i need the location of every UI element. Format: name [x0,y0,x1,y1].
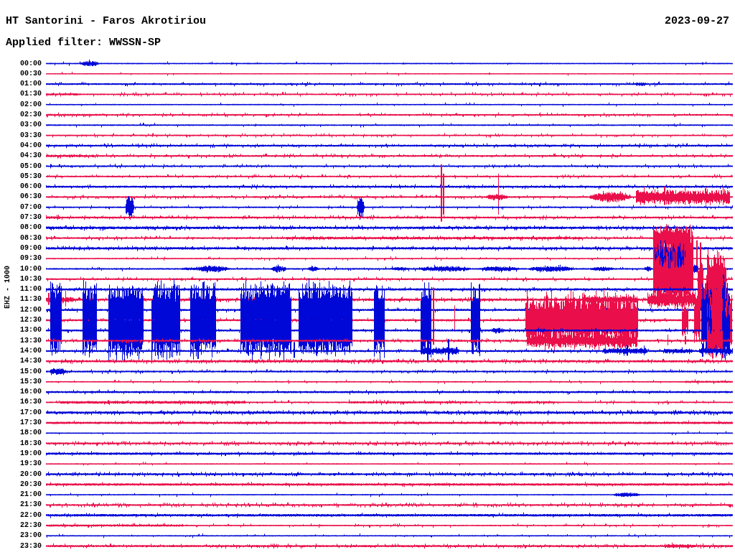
date-label: 2023-09-27 [665,15,729,27]
time-label-02:00: 02:00 [0,101,42,108]
time-label-01:00: 01:00 [0,80,42,88]
time-label-06:30: 06:30 [0,192,42,200]
time-label-09:00: 09:00 [0,244,42,252]
time-label-15:00: 15:00 [0,368,42,375]
time-label-08:30: 08:30 [0,234,42,242]
time-label-13:30: 13:30 [0,337,42,345]
time-label-20:00: 20:00 [0,470,42,478]
time-label-18:00: 18:00 [0,429,42,437]
time-label-00:30: 00:30 [0,70,42,78]
time-label-03:30: 03:30 [0,131,42,139]
time-label-19:00: 19:00 [0,449,42,457]
time-label-10:30: 10:30 [0,275,42,283]
time-label-12:00: 12:00 [0,306,42,314]
time-label-01:30: 01:30 [0,90,42,98]
time-label-23:30: 23:30 [0,542,42,550]
time-label-07:30: 07:30 [0,213,42,221]
time-label-13:00: 13:00 [0,326,42,334]
applied-filter-label: Applied filter: WWSSN-SP [6,37,161,49]
time-label-04:00: 04:00 [0,141,42,149]
time-label-12:30: 12:30 [0,316,42,324]
time-label-14:00: 14:00 [0,347,42,355]
time-label-02:30: 02:30 [0,111,42,118]
time-label-14:30: 14:30 [0,357,42,365]
time-label-06:00: 06:00 [0,182,42,190]
time-label-21:00: 21:00 [0,490,42,498]
helicorder-screen: HT Santorini - Faros Akrotiriou Applied … [0,0,735,560]
time-label-07:00: 07:00 [0,203,42,211]
time-label-15:30: 15:30 [0,378,42,386]
time-label-05:00: 05:00 [0,162,42,170]
time-label-18:30: 18:30 [0,439,42,447]
time-label-22:00: 22:00 [0,511,42,519]
time-label-11:30: 11:30 [0,295,42,303]
time-label-10:00: 10:00 [0,265,42,273]
time-label-22:30: 22:30 [0,521,42,529]
time-label-19:30: 19:30 [0,459,42,467]
time-label-05:30: 05:30 [0,172,42,180]
time-label-08:00: 08:00 [0,223,42,231]
time-label-11:00: 11:00 [0,285,42,293]
time-label-16:30: 16:30 [0,398,42,406]
time-label-17:00: 17:00 [0,409,42,416]
time-label-20:30: 20:30 [0,480,42,488]
time-label-17:30: 17:30 [0,419,42,426]
time-label-03:00: 03:00 [0,121,42,129]
time-label-16:00: 16:00 [0,388,42,396]
time-label-23:00: 23:00 [0,531,42,539]
seismogram-traces-canvas [0,0,735,560]
time-label-04:30: 04:30 [0,151,42,159]
time-label-21:30: 21:30 [0,500,42,508]
station-title: HT Santorini - Faros Akrotiriou [6,15,206,27]
time-label-00:00: 00:00 [0,60,42,67]
time-label-09:30: 09:30 [0,254,42,262]
